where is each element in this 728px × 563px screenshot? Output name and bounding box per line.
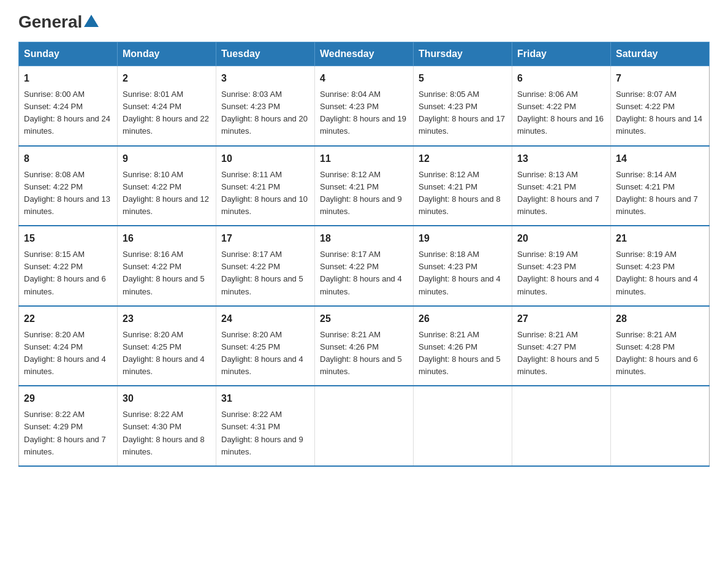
day-info: Sunrise: 8:19 AMSunset: 4:23 PMDaylight:… [616,250,698,296]
calendar-cell: 5Sunrise: 8:05 AMSunset: 4:23 PMDaylight… [414,66,512,146]
calendar-cell: 7Sunrise: 8:07 AMSunset: 4:22 PMDaylight… [611,66,710,146]
day-number: 27 [517,312,605,326]
logo-general-text: General [18,12,82,32]
calendar-cell: 20Sunrise: 8:19 AMSunset: 4:23 PMDayligh… [512,226,611,306]
day-number: 8 [24,151,112,166]
day-number: 7 [616,71,704,86]
day-number: 1 [24,71,112,86]
day-info: Sunrise: 8:12 AMSunset: 4:21 PMDaylight:… [419,170,501,216]
day-number: 13 [517,151,605,166]
calendar-cell: 29Sunrise: 8:22 AMSunset: 4:29 PMDayligh… [19,386,118,466]
day-number: 15 [24,231,112,246]
calendar-cell: 15Sunrise: 8:15 AMSunset: 4:22 PMDayligh… [19,226,118,306]
calendar-week-row: 29Sunrise: 8:22 AMSunset: 4:29 PMDayligh… [19,386,710,466]
day-number: 4 [320,71,408,86]
calendar-table: SundayMondayTuesdayWednesdayThursdayFrid… [18,42,710,467]
day-info: Sunrise: 8:01 AMSunset: 4:24 PMDaylight:… [123,90,209,136]
logo: General [18,12,100,29]
day-number: 3 [221,71,309,86]
day-number: 29 [24,391,112,406]
calendar-cell: 16Sunrise: 8:16 AMSunset: 4:22 PMDayligh… [118,226,216,306]
day-info: Sunrise: 8:16 AMSunset: 4:22 PMDaylight:… [123,250,205,296]
day-info: Sunrise: 8:20 AMSunset: 4:24 PMDaylight:… [24,330,106,376]
day-number: 5 [419,71,507,86]
day-number: 14 [616,151,704,166]
calendar-cell: 4Sunrise: 8:04 AMSunset: 4:23 PMDaylight… [315,66,414,146]
day-info: Sunrise: 8:19 AMSunset: 4:23 PMDaylight:… [517,250,599,296]
day-info: Sunrise: 8:18 AMSunset: 4:23 PMDaylight:… [419,250,501,296]
page-header: General [18,12,710,29]
day-info: Sunrise: 8:11 AMSunset: 4:21 PMDaylight:… [221,170,308,216]
weekday-header-wednesday: Wednesday [315,42,414,66]
day-info: Sunrise: 8:22 AMSunset: 4:31 PMDaylight:… [221,410,303,456]
calendar-week-row: 22Sunrise: 8:20 AMSunset: 4:24 PMDayligh… [19,306,710,386]
weekday-header-friday: Friday [512,42,611,66]
calendar-cell: 19Sunrise: 8:18 AMSunset: 4:23 PMDayligh… [414,226,512,306]
day-info: Sunrise: 8:13 AMSunset: 4:21 PMDaylight:… [517,170,599,216]
calendar-week-row: 1Sunrise: 8:00 AMSunset: 4:24 PMDaylight… [19,66,710,146]
day-number: 11 [320,151,408,166]
weekday-header-sunday: Sunday [19,42,118,66]
day-number: 12 [419,151,507,166]
calendar-week-row: 15Sunrise: 8:15 AMSunset: 4:22 PMDayligh… [19,226,710,306]
logo-triangle-icon [84,15,99,27]
calendar-cell: 6Sunrise: 8:06 AMSunset: 4:22 PMDaylight… [512,66,611,146]
calendar-cell: 31Sunrise: 8:22 AMSunset: 4:31 PMDayligh… [216,386,315,466]
day-info: Sunrise: 8:22 AMSunset: 4:30 PMDaylight:… [123,410,205,456]
day-info: Sunrise: 8:20 AMSunset: 4:25 PMDaylight:… [123,330,205,376]
calendar-cell: 26Sunrise: 8:21 AMSunset: 4:26 PMDayligh… [414,306,512,386]
day-info: Sunrise: 8:22 AMSunset: 4:29 PMDaylight:… [24,410,106,456]
weekday-header-monday: Monday [118,42,216,66]
calendar-cell: 10Sunrise: 8:11 AMSunset: 4:21 PMDayligh… [216,146,315,226]
day-info: Sunrise: 8:05 AMSunset: 4:23 PMDaylight:… [419,90,505,136]
calendar-cell: 3Sunrise: 8:03 AMSunset: 4:23 PMDaylight… [216,66,315,146]
day-info: Sunrise: 8:03 AMSunset: 4:23 PMDaylight:… [221,90,308,136]
day-info: Sunrise: 8:14 AMSunset: 4:21 PMDaylight:… [616,170,698,216]
calendar-cell: 23Sunrise: 8:20 AMSunset: 4:25 PMDayligh… [118,306,216,386]
day-number: 9 [123,151,211,166]
day-number: 2 [123,71,211,86]
day-number: 18 [320,231,408,246]
calendar-cell [512,386,611,466]
day-number: 23 [123,312,211,326]
day-number: 19 [419,231,507,246]
day-info: Sunrise: 8:08 AMSunset: 4:22 PMDaylight:… [24,170,110,216]
calendar-cell: 11Sunrise: 8:12 AMSunset: 4:21 PMDayligh… [315,146,414,226]
day-info: Sunrise: 8:21 AMSunset: 4:27 PMDaylight:… [517,330,599,376]
day-number: 16 [123,231,211,246]
calendar-cell: 14Sunrise: 8:14 AMSunset: 4:21 PMDayligh… [611,146,710,226]
day-number: 17 [221,231,309,246]
calendar-cell: 1Sunrise: 8:00 AMSunset: 4:24 PMDaylight… [19,66,118,146]
calendar-cell: 12Sunrise: 8:12 AMSunset: 4:21 PMDayligh… [414,146,512,226]
calendar-cell: 27Sunrise: 8:21 AMSunset: 4:27 PMDayligh… [512,306,611,386]
calendar-cell: 13Sunrise: 8:13 AMSunset: 4:21 PMDayligh… [512,146,611,226]
calendar-cell: 30Sunrise: 8:22 AMSunset: 4:30 PMDayligh… [118,386,216,466]
day-number: 31 [221,391,309,406]
calendar-cell [611,386,710,466]
day-number: 20 [517,231,605,246]
calendar-cell: 24Sunrise: 8:20 AMSunset: 4:25 PMDayligh… [216,306,315,386]
calendar-week-row: 8Sunrise: 8:08 AMSunset: 4:22 PMDaylight… [19,146,710,226]
day-number: 28 [616,312,704,326]
calendar-cell: 17Sunrise: 8:17 AMSunset: 4:22 PMDayligh… [216,226,315,306]
day-number: 22 [24,312,112,326]
calendar-cell [315,386,414,466]
day-number: 21 [616,231,704,246]
day-info: Sunrise: 8:15 AMSunset: 4:22 PMDaylight:… [24,250,106,296]
weekday-header-thursday: Thursday [414,42,512,66]
day-info: Sunrise: 8:04 AMSunset: 4:23 PMDaylight:… [320,90,406,136]
calendar-cell: 18Sunrise: 8:17 AMSunset: 4:22 PMDayligh… [315,226,414,306]
day-info: Sunrise: 8:12 AMSunset: 4:21 PMDaylight:… [320,170,402,216]
weekday-header-tuesday: Tuesday [216,42,315,66]
day-info: Sunrise: 8:21 AMSunset: 4:28 PMDaylight:… [616,330,698,376]
calendar-cell: 22Sunrise: 8:20 AMSunset: 4:24 PMDayligh… [19,306,118,386]
calendar-cell [414,386,512,466]
day-info: Sunrise: 8:00 AMSunset: 4:24 PMDaylight:… [24,90,110,136]
day-info: Sunrise: 8:21 AMSunset: 4:26 PMDaylight:… [320,330,402,376]
calendar-cell: 2Sunrise: 8:01 AMSunset: 4:24 PMDaylight… [118,66,216,146]
day-info: Sunrise: 8:10 AMSunset: 4:22 PMDaylight:… [123,170,209,216]
calendar-cell: 21Sunrise: 8:19 AMSunset: 4:23 PMDayligh… [611,226,710,306]
day-number: 24 [221,312,309,326]
calendar-cell: 25Sunrise: 8:21 AMSunset: 4:26 PMDayligh… [315,306,414,386]
calendar-cell: 28Sunrise: 8:21 AMSunset: 4:28 PMDayligh… [611,306,710,386]
